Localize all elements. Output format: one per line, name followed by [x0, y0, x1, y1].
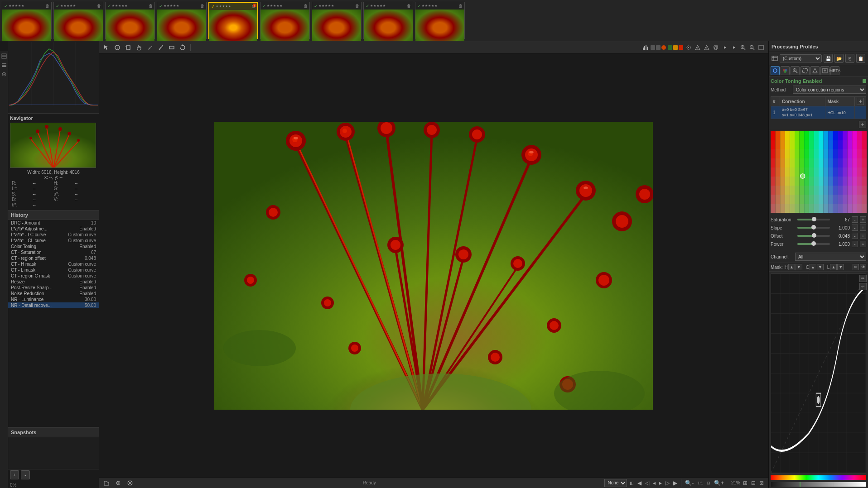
- prev-img-btn[interactable]: ◀: [637, 479, 642, 487]
- history-item-3[interactable]: L*a*b* - CL curveCustom curve: [8, 238, 99, 244]
- arrow-tool-button[interactable]: [102, 43, 111, 52]
- zoom-11[interactable]: 1:1: [696, 480, 704, 486]
- history-item-7[interactable]: CT - H maskCustom curve: [8, 261, 99, 267]
- history-item-9[interactable]: CT - region C maskCustom curve: [8, 273, 99, 279]
- curve-pencil-btn[interactable]: ✏: [859, 275, 867, 282]
- history-item-5[interactable]: CT - Saturation67: [8, 249, 99, 255]
- save-profile-btn[interactable]: 💾: [824, 54, 833, 63]
- color-btn-2[interactable]: [673, 45, 678, 50]
- output-profile-dropdown[interactable]: None: [604, 479, 627, 487]
- add-correction-btn[interactable]: +: [857, 98, 864, 105]
- nav-prev-btn[interactable]: ◂: [652, 479, 656, 487]
- mask-c-down[interactable]: ▼: [817, 264, 824, 270]
- load-profile-btn[interactable]: 📂: [834, 54, 844, 63]
- paste-profile-btn[interactable]: 📋: [856, 54, 865, 63]
- filebrowser-tab[interactable]: [0, 53, 8, 60]
- color-grid[interactable]: [771, 131, 867, 213]
- profile-dropdown[interactable]: (Custom): [780, 54, 822, 62]
- history-item-11[interactable]: Post-Resize Sharp...Enabled: [8, 285, 99, 291]
- preview-btn-1[interactable]: [651, 45, 655, 50]
- nav-back-btn[interactable]: [721, 44, 728, 51]
- power-plus[interactable]: +: [860, 241, 866, 247]
- film-thumb-2[interactable]: ✓ ★★★★★ 🗑: [53, 2, 103, 39]
- next-img-btn2[interactable]: ▶: [672, 479, 678, 487]
- mask-l-down[interactable]: ▼: [837, 264, 844, 270]
- zoom-out-btn[interactable]: [748, 44, 756, 51]
- history-item-13[interactable]: NR - Luminance30.00: [8, 297, 99, 302]
- transform-tool-btn[interactable]: [800, 66, 810, 75]
- slope-slider[interactable]: [797, 227, 830, 229]
- history-item-14[interactable]: NR - Detail recove...50.00: [8, 302, 99, 308]
- channel-dropdown[interactable]: All R G B: [795, 253, 866, 261]
- color-tool-btn[interactable]: [781, 66, 790, 75]
- offset-plus[interactable]: +: [860, 233, 866, 239]
- saturation-plus[interactable]: +: [860, 216, 866, 223]
- mask-l-up[interactable]: ▲: [830, 264, 837, 270]
- zoom-in-btn[interactable]: [739, 44, 747, 51]
- histogram-toggle[interactable]: [641, 44, 649, 51]
- film-thumb-3[interactable]: ✓ ★★★★★ 🗑: [105, 2, 155, 39]
- power-minus[interactable]: -: [852, 241, 858, 247]
- nav-fwd-btn[interactable]: [730, 44, 738, 51]
- queue-tab[interactable]: [0, 62, 8, 69]
- film-thumb-4[interactable]: ✓ ★★★★★ 🗑: [157, 2, 207, 39]
- rect-tool-button[interactable]: [168, 43, 176, 52]
- nav-next-btn[interactable]: ▸: [658, 479, 663, 487]
- remove-snapshot-button[interactable]: -: [21, 470, 30, 479]
- add-snapshot-button[interactable]: +: [10, 470, 19, 479]
- add-row-btn[interactable]: +: [859, 121, 866, 128]
- settings-button[interactable]: [126, 479, 134, 487]
- gamut-btn[interactable]: ◧: [629, 480, 635, 486]
- zoom-fit[interactable]: ⊡: [706, 480, 711, 486]
- next-img-btn[interactable]: ▷: [665, 479, 670, 487]
- mask-edit-btn[interactable]: ✏: [853, 264, 859, 270]
- history-item-4[interactable]: Color ToningEnabled: [8, 244, 99, 249]
- slope-plus[interactable]: +: [860, 225, 866, 231]
- warning2-btn[interactable]: !: [703, 44, 710, 51]
- prev-img-btn2[interactable]: ◁: [644, 479, 650, 487]
- film-thumb-5[interactable]: ✓ ★★★★★ ! 🗑: [208, 2, 258, 39]
- local-tool-btn[interactable]: [810, 66, 820, 75]
- correction-row-1[interactable]: 1 a=0 b=0 S=67s=1 o=0.048,p=1 HCL b=10: [771, 106, 866, 119]
- warning-btn[interactable]: !: [694, 44, 701, 51]
- offset-slider[interactable]: [797, 235, 830, 237]
- preview-btn-3[interactable]: [661, 45, 666, 50]
- focus-preview-btn[interactable]: [685, 44, 692, 51]
- rotate-tool-button[interactable]: [178, 43, 187, 52]
- metadata-tool-btn[interactable]: META: [830, 66, 839, 75]
- info-tool-button[interactable]: i: [113, 43, 121, 52]
- maximize-status[interactable]: ⊟: [750, 479, 757, 487]
- raw-tool-btn[interactable]: [820, 66, 829, 75]
- crop-tool-button[interactable]: [124, 43, 132, 52]
- col-add[interactable]: +: [855, 97, 866, 106]
- export-btn[interactable]: [712, 44, 719, 51]
- fullscreen-btn[interactable]: [757, 44, 765, 51]
- editor-tab[interactable]: [0, 71, 8, 78]
- zoom-in-status[interactable]: 🔍+: [713, 479, 725, 487]
- mask-c-up[interactable]: ▲: [810, 264, 816, 270]
- color-btn-3[interactable]: [679, 45, 683, 50]
- history-item-6[interactable]: CT - region offset0.048: [8, 255, 99, 261]
- film-thumb-7[interactable]: ✓ ★★★★★ 🗑: [312, 2, 362, 39]
- copy-profile-btn[interactable]: ⎘: [845, 54, 854, 63]
- exposure-tool-btn[interactable]: [771, 66, 780, 75]
- zoom-out-status[interactable]: 🔍-: [684, 479, 694, 487]
- slope-minus[interactable]: -: [852, 225, 858, 231]
- maximize2-status[interactable]: ⊠: [758, 479, 765, 487]
- mask-h-up[interactable]: ▲: [788, 264, 795, 270]
- power-slider[interactable]: [797, 243, 830, 245]
- detail-tool-btn[interactable]: [791, 66, 800, 75]
- hand-tool-button[interactable]: [135, 43, 143, 52]
- pencil-tool-button[interactable]: [157, 43, 165, 52]
- history-item-12[interactable]: Noise ReductionEnabled: [8, 291, 99, 297]
- preview-btn-2[interactable]: [656, 45, 661, 50]
- saturation-slider[interactable]: [797, 219, 830, 220]
- history-item-2[interactable]: L*a*b* - LC curveCustom curve: [8, 232, 99, 238]
- color-picker-button[interactable]: [114, 479, 122, 487]
- history-item-1[interactable]: L*a*b* Adjustme...Enabled: [8, 226, 99, 232]
- history-item-0[interactable]: DRC - Amount10: [8, 220, 99, 226]
- open-file-button[interactable]: [102, 479, 111, 487]
- color-btn-1[interactable]: [668, 45, 672, 50]
- fullscreen-status[interactable]: ⊞: [742, 479, 748, 487]
- mask-view-btn[interactable]: 👁: [860, 264, 866, 270]
